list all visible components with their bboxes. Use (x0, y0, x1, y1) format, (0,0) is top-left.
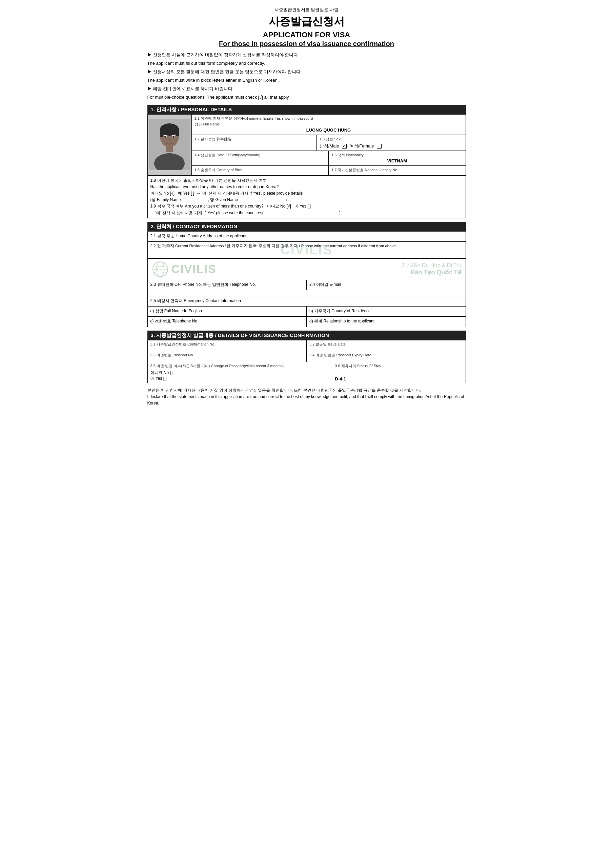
note-1-8-yes: 예 Yes [ ] (178, 191, 194, 195)
section1-header: 1. 인적사항 / PERSONAL DETAILS (147, 105, 466, 115)
emergency-b-label: b) 거주국가 Country of Residence (310, 308, 371, 313)
field-1-5-label: 1.5 국적 Nationality (331, 153, 364, 157)
note-1-8-names: (성 Family Name , 명 Given Name ) (150, 197, 463, 203)
field-3-1-label: 3.1 사증발급인정번호 Confirmation No. (150, 342, 215, 346)
field-row-1-4-1-5: 1.4 생년월일 Date Of Birth(yyyy/mm/dd) 1.5 국… (192, 151, 466, 166)
field-row-2-3-2-4: 2.3 휴대전화 Cell Phone No. 또는 일반전화 Telephon… (148, 280, 466, 290)
female-label: 여성/Female (349, 143, 374, 149)
emergency-a-col: a) 성명 Full Name In English (148, 307, 307, 316)
declaration-english: I declare that the statements made in th… (147, 394, 466, 406)
field-1-2-label: 1.2 한자성명 韓字姓名 (195, 137, 231, 141)
field-3-2-label: 3.2 발급일 Issue Date (310, 342, 346, 346)
field-3-6-value: D-4-1 (335, 377, 463, 381)
note-1-8-no: 아니요 No [√] (150, 191, 175, 195)
field-fullname-row: 1.1 여권에 기재된 영문 성명/Full name in English(a… (192, 115, 466, 135)
note-1-9-no: 아니요 No [√] (267, 204, 291, 209)
notes-1-8-1-9: 1.8 이전에 한국에 출입국하였을 때 다른 성명을 사용했는지 여부 Has… (147, 176, 466, 219)
field-3-4-label: 3.4 여권 만료일 Passport Expiry Date (310, 353, 372, 357)
field-2-2-label: 2.2 현 거주지 Current Residential Address *현… (150, 243, 463, 248)
note-1-8-english: Has the applicant ever used any other na… (150, 184, 463, 190)
field-row-1-6-1-7: 1.6 출생국가 Country of Birth 1.7 국가신분증번호 Na… (192, 166, 466, 175)
instructions-section: ▶ 신청인은 사실에 근거하여 빠짐없이 정확하게 신청서를 작성하여야 합니다… (147, 51, 466, 101)
svg-rect-6 (176, 130, 179, 136)
male-label: 남성/Male (320, 143, 339, 149)
visa-row-3-3-3-4: 3.3 여권번호 Passport No. 3.4 여권 만료일 Passpor… (148, 351, 466, 362)
sex-options: 남성/Male ✓ 여성/Female (320, 143, 463, 149)
instruction-3-korean: ▶ 해당 칸[ ] 안에 √ 표시를 하시기 바랍니다. (147, 85, 466, 93)
civilis-sub-text: Tư Vấn Du Học & Di Trú Đào Tạo Quốc Tế (402, 262, 461, 276)
note-1-9-close: ) (339, 211, 341, 215)
header-title-korean: 사증발급신청서 (147, 14, 466, 29)
field-1-6-col: 1.6 출생국가 Country of Birth (192, 166, 329, 175)
svg-rect-2 (166, 146, 173, 152)
field-1-5-value: VIETNAM (331, 158, 463, 164)
male-checkbox[interactable]: ✓ (342, 144, 347, 149)
field-fullname-label: 성명 Full Name (195, 122, 463, 127)
personal-details-container: 1.1 여권에 기재된 영문 성명/Full name in English(a… (148, 115, 466, 175)
declaration-korean: 본인은 이 신청서에 기재된 내용이 거짓 없이 정확하게 작성되었음을 확인합… (147, 387, 466, 394)
svg-line-11 (163, 134, 167, 134)
visa-cell-3-5: 3.5 여권 변경 여부(최근 3개월 이내) Change of Passpo… (148, 362, 333, 383)
emergency-c-col: c) 전화번호 Telephone No. (148, 317, 307, 327)
field-2-1-label: 2.1 본국 주소 Home Country Address of the ap… (150, 234, 246, 239)
note-1-8-options: 아니요 No [√] 예 Yes [ ] → '예' 선택 시 상세내용 기재 … (150, 190, 463, 197)
civilis-logo-left: CIVILIS (152, 261, 217, 278)
section2-content: 2.1 본국 주소 Home Country Address of the ap… (147, 232, 466, 327)
field-1-5-col: 1.5 국적 Nationality VIETNAM (329, 151, 466, 166)
visa-row-3-5-3-6: 3.5 여권 변경 여부(최근 3개월 이내) Change of Passpo… (148, 362, 466, 383)
svg-point-4 (160, 123, 179, 136)
field-1-1-label: 1.1 여권에 기재된 영문 성명/Full name in English(a… (195, 116, 463, 121)
female-checkbox[interactable] (377, 144, 382, 149)
section3-content: 3.1 사증발급인정번호 Confirmation No. 3.2 발급일 Is… (147, 340, 466, 383)
visa-cell-3-6: 3.6 체류자격 Status Of Stay D-4-1 (332, 362, 465, 383)
note-1-9: 1.9 복수 국적 여부 Are you a citizen of more t… (150, 203, 463, 209)
header-title-english: APPLICATION FOR VISA (147, 31, 466, 39)
field-3-5-label: 3.5 여권 변경 여부(최근 3개월 이내) Change of Passpo… (150, 363, 330, 369)
field-row-1-2-1-3: 1.2 한자성명 韓字姓名 1.3 성별 Sex 남성/Male ✓ 여성/Fe… (192, 135, 466, 151)
svg-rect-5 (160, 130, 163, 137)
civilis-logo-text: CIVILIS (172, 262, 217, 276)
emergency-row-ab: a) 성명 Full Name In English b) 거주국가 Count… (148, 307, 466, 317)
field-2-4-col: 2.4 이메일 E-mail (306, 280, 466, 290)
emergency-row-cd: c) 전화번호 Telephone No. d) 관계 Relationship… (148, 317, 466, 327)
field-3-5-label-text: 3.5 여권 변경 여부(최근 3개월 이내) Change of Passpo… (150, 363, 330, 369)
field-fullname-value: LUONG QUOC HUNG (195, 127, 463, 133)
instruction-1-english: The applicant must fill out this form co… (147, 60, 466, 67)
svg-point-9 (164, 136, 166, 138)
civilis-sub1: Tư Vấn Du Học & Di Trú (402, 262, 461, 268)
svg-line-12 (172, 134, 175, 134)
field-1-4-label: 1.4 생년월일 Date Of Birth(yyyy/mm/dd) (195, 153, 261, 157)
field-1-6-label: 1.6 출생국가 Country of Birth (195, 168, 243, 172)
header-subtitle: - 사증발급인정서를 발급받은 사람 - (147, 7, 466, 13)
section2-header: 2. 연락처 / CONTACT INFORMATION (147, 222, 466, 232)
section1-content: 1.1 여권에 기재된 영문 성명/Full name in English(a… (147, 115, 466, 176)
note-1-9-detail: → '예' 선택 시 상세내용 기재 If 'Yes' please write… (150, 210, 463, 216)
instruction-2-korean: ▶ 신청서상의 모든 질문에 대한 답변은 한글 또는 영문으로 기재하여야 합… (147, 68, 466, 76)
personal-fields: 1.1 여권에 기재된 영문 성명/Full name in English(a… (192, 115, 466, 175)
field-3-5-options: 아니요 No [ ] 예 Yes [ ] (150, 370, 330, 381)
field-3-3-label: 3.3 여권번호 Passport No. (150, 353, 194, 357)
field-1-7-col: 1.7 국가신분증번호 National Identity No. (329, 166, 466, 175)
svg-point-10 (172, 136, 175, 138)
note-1-9-detail-text: → '예' 선택 시 상세내용 기재 If 'Yes' please write… (150, 211, 264, 215)
applicant-photo (149, 119, 190, 170)
civilis-logo-band: CIVILIS Tư Vấn Du Học & Di Trú Đào Tạo Q… (148, 259, 466, 280)
note-1-9-korean: 1.9 복수 국적 여부 Are you a citizen of more t… (150, 204, 264, 209)
field-2-2: 2.2 현 거주지 Current Residential Address *현… (148, 242, 466, 259)
field-1-4-col: 1.4 생년월일 Date Of Birth(yyyy/mm/dd) (192, 151, 329, 166)
form-header: - 사증발급인정서를 발급받은 사람 - 사증발급신청서 APPLICATION… (147, 7, 466, 48)
visa-cell-3-4: 3.4 여권 만료일 Passport Expiry Date (306, 351, 466, 362)
note-1-8-family: (성 Family Name (150, 197, 181, 202)
field-2-5-label: 2.5 비상시 연락처 Emergency Contact Informatio… (150, 298, 241, 303)
note-1-8-close: ) (285, 197, 287, 202)
section3-header: 3. 사증발급인정서 발급내용 / DETAILS OF VISA ISSUAN… (147, 330, 466, 340)
visa-cell-3-2: 3.2 발급일 Issue Date (306, 340, 466, 351)
visa-row-3-1-3-2: 3.1 사증발급인정번호 Confirmation No. 3.2 발급일 Is… (148, 340, 466, 351)
field-3-5-no: 아니요 No [ ] (150, 370, 173, 375)
instruction-2-english: The applicant must write in block letter… (147, 77, 466, 84)
note-1-8-detail: → '예' 선택 시 상세내용 기재 If 'Yes', please prov… (197, 191, 303, 195)
emergency-a-label: a) 성명 Full Name In English (150, 308, 202, 313)
note-1-8-korean: 1.8 이전에 한국에 출입국하였을 때 다른 성명을 사용했는지 여부 (150, 177, 463, 184)
instruction-1-korean: ▶ 신청인은 사실에 근거하여 빠짐없이 정확하게 신청서를 작성하여야 합니다… (147, 51, 466, 59)
visa-cell-3-1: 3.1 사증발급인정번호 Confirmation No. (148, 340, 307, 351)
